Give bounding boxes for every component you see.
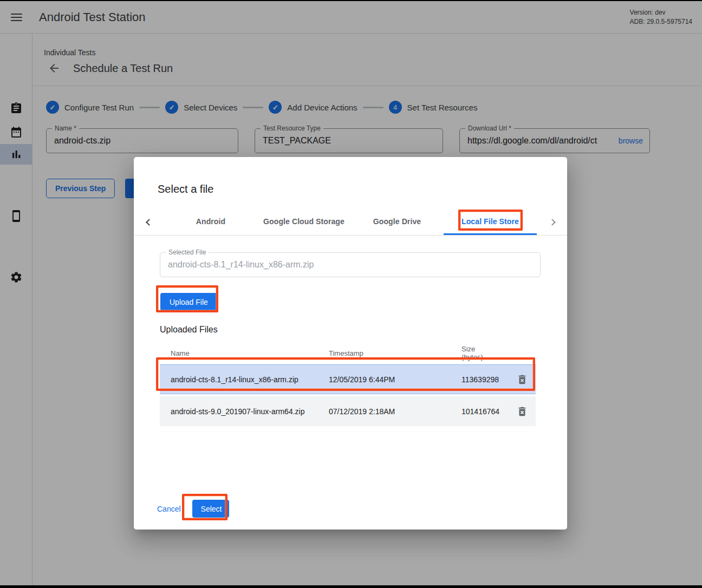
tabs-scroll-left-button[interactable] (134, 210, 164, 235)
selected-file-field[interactable]: Selected File android-cts-8.1_r14-linux_… (160, 252, 541, 277)
select-file-dialog: Select a file Android Google Cloud Stora… (134, 157, 567, 530)
column-header-size: Size (bytes) (461, 345, 508, 361)
dialog-footer: Cancel Select (157, 500, 229, 518)
column-header-name: Name (160, 349, 329, 357)
file-timestamp: 07/12/2019 2:18AM (329, 407, 461, 416)
tabs-scroll-right-button[interactable] (537, 210, 567, 235)
app-screen: Android Test Station Version: dev ADB: 2… (0, 1, 702, 585)
table-header-row: Name Timestamp Size (bytes) (160, 342, 536, 364)
file-name: android-sts-9.0_201907-linux-arm64.zip (160, 407, 329, 416)
trash-delete-icon (516, 374, 528, 386)
tab-google-cloud-storage[interactable]: Google Cloud Storage (257, 210, 350, 235)
select-button[interactable]: Select (192, 500, 229, 518)
uploaded-files-table: Name Timestamp Size (bytes) android-cts-… (160, 342, 536, 426)
table-row[interactable]: android-cts-8.1_r14-linux_x86-arm.zip 12… (160, 364, 536, 394)
tab-android[interactable]: Android (164, 210, 257, 235)
dialog-title: Select a file (158, 183, 567, 195)
selected-file-value: android-cts-8.1_r14-linux_x86-arm.zip (160, 253, 540, 277)
file-timestamp: 12/05/2019 6:44PM (329, 375, 461, 384)
uploaded-files-heading: Uploaded Files (160, 325, 567, 335)
cancel-button[interactable]: Cancel (157, 505, 181, 513)
file-name: android-cts-8.1_r14-linux_x86-arm.zip (160, 375, 329, 384)
trash-delete-icon (516, 406, 528, 417)
chevron-right-icon (549, 219, 556, 226)
delete-file-button[interactable] (514, 403, 530, 420)
selected-file-label: Selected File (166, 249, 209, 256)
upload-file-button[interactable]: Upload File (160, 293, 217, 311)
tab-local-file-store[interactable]: Local File Store (444, 210, 537, 235)
column-header-timestamp: Timestamp (329, 349, 461, 357)
table-row[interactable]: android-sts-9.0_201907-linux-arm64.zip 0… (160, 396, 536, 426)
delete-file-button[interactable] (514, 371, 530, 388)
tab-bar: Android Google Cloud Storage Google Driv… (134, 210, 567, 236)
file-size: 113639298 (461, 375, 508, 384)
tab-google-drive[interactable]: Google Drive (350, 210, 444, 235)
file-size: 101416764 (461, 407, 508, 416)
chevron-left-icon (146, 219, 153, 226)
